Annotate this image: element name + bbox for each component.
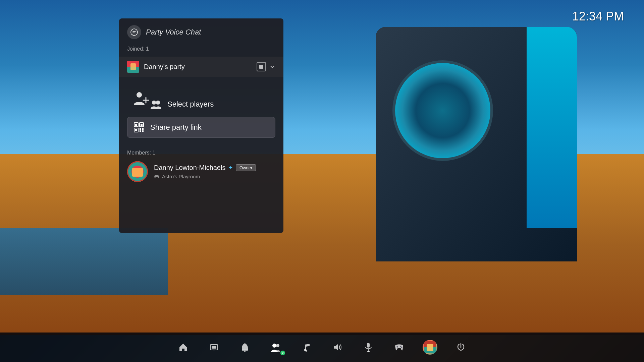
actions-area: Select players bbox=[119, 79, 283, 144]
svg-rect-25 bbox=[212, 346, 216, 349]
svg-rect-27 bbox=[242, 350, 248, 351]
taskbar-game-library[interactable] bbox=[205, 339, 223, 356]
taskbar-profile[interactable] bbox=[421, 339, 439, 356]
svg-rect-17 bbox=[142, 128, 144, 130]
svg-rect-16 bbox=[140, 128, 141, 130]
members-count: Members: 1 bbox=[127, 150, 275, 156]
party-avatar bbox=[127, 61, 139, 73]
taskbar-notifications[interactable] bbox=[236, 339, 254, 356]
member-avatar bbox=[127, 161, 148, 182]
svg-rect-3 bbox=[130, 63, 136, 70]
members-section: Members: 1 Danny Lowton-Michaels + Owner bbox=[119, 144, 283, 182]
party-panel: Party Voice Chat Joined: 1 Danny's party bbox=[119, 18, 283, 233]
share-party-link-button[interactable]: Share party link bbox=[127, 117, 275, 138]
member-game-name: Astro's Playroom bbox=[162, 174, 200, 179]
party-controls bbox=[257, 62, 275, 71]
svg-point-28 bbox=[244, 351, 246, 352]
add-person-icon bbox=[132, 89, 150, 107]
svg-point-26 bbox=[214, 350, 215, 351]
svg-rect-11 bbox=[135, 124, 137, 126]
svg-point-29 bbox=[272, 344, 276, 348]
panel-title: Party Voice Chat bbox=[146, 28, 201, 37]
taskbar-music[interactable] bbox=[298, 339, 315, 356]
svg-rect-4 bbox=[259, 65, 263, 69]
game-controller-icon bbox=[154, 175, 159, 179]
party-badge: 2 bbox=[280, 351, 285, 355]
taskbar-sound[interactable] bbox=[329, 339, 346, 356]
chevron-down-icon[interactable] bbox=[269, 64, 275, 70]
member-row[interactable]: Danny Lowton-Michaels + Owner Astro's Pl… bbox=[127, 161, 275, 182]
building-fan bbox=[392, 60, 493, 161]
clock: 12:34 PM bbox=[572, 9, 624, 23]
ps-plus-icon: + bbox=[229, 164, 232, 171]
svg-point-30 bbox=[276, 344, 279, 347]
svg-rect-33 bbox=[367, 343, 370, 348]
water-bg bbox=[0, 228, 168, 295]
svg-rect-15 bbox=[135, 129, 137, 131]
member-game: Astro's Playroom bbox=[154, 174, 275, 179]
svg-point-9 bbox=[156, 101, 160, 105]
qr-code-icon bbox=[133, 121, 145, 133]
member-name: Danny Lowton-Michaels bbox=[154, 164, 225, 172]
svg-point-39 bbox=[401, 347, 402, 348]
party-badge-count: 2 bbox=[282, 351, 283, 355]
joined-count: Joined: 1 bbox=[119, 46, 283, 57]
svg-rect-13 bbox=[141, 124, 143, 126]
taskbar-gamepad[interactable] bbox=[390, 339, 408, 356]
svg-point-38 bbox=[400, 346, 401, 347]
group-icon bbox=[150, 98, 162, 110]
building-bg bbox=[376, 27, 577, 261]
taskbar: 2 bbox=[0, 333, 644, 362]
taskbar-party[interactable]: 2 bbox=[267, 339, 284, 356]
svg-rect-19 bbox=[142, 130, 144, 132]
party-row[interactable]: Danny's party bbox=[119, 57, 283, 77]
svg-point-5 bbox=[137, 92, 142, 98]
building-accent bbox=[527, 27, 577, 228]
member-info: Danny Lowton-Michaels + Owner Astro's Pl… bbox=[154, 164, 275, 179]
svg-rect-42 bbox=[427, 344, 433, 351]
square-button[interactable] bbox=[257, 62, 266, 71]
party-chat-icon bbox=[127, 25, 141, 39]
svg-point-32 bbox=[305, 350, 307, 352]
party-name: Danny's party bbox=[144, 63, 252, 71]
taskbar-home[interactable] bbox=[174, 339, 192, 356]
owner-badge: Owner bbox=[236, 164, 256, 171]
share-party-link-label: Share party link bbox=[150, 123, 202, 132]
profile-avatar bbox=[423, 340, 437, 355]
svg-rect-18 bbox=[140, 130, 141, 132]
svg-point-0 bbox=[131, 29, 138, 36]
background-overlay bbox=[0, 0, 644, 362]
taskbar-power[interactable] bbox=[452, 339, 470, 356]
panel-header: Party Voice Chat bbox=[119, 18, 283, 46]
member-name-row: Danny Lowton-Michaels + Owner bbox=[154, 164, 275, 172]
select-players-container bbox=[127, 86, 275, 110]
svg-rect-23 bbox=[132, 168, 143, 177]
svg-point-8 bbox=[152, 101, 156, 105]
taskbar-microphone[interactable] bbox=[360, 339, 377, 356]
